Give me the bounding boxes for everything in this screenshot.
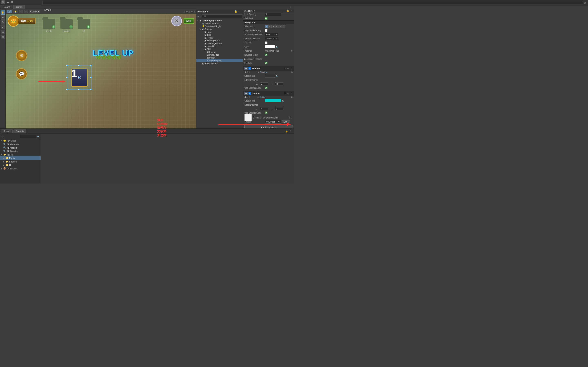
rotate-tool[interactable]: ↻: [1, 20, 5, 25]
unity-logo: 伍: [1, 0, 5, 4]
game-tab[interactable]: Game: [13, 5, 25, 9]
proj-favorites[interactable]: ▼ ⭐ Favorites: [0, 139, 41, 142]
asset-search-input[interactable]: [20, 135, 36, 138]
project-sidebar: + ▾ 🔍 ▼ ⭐ Favorites 🔍 All Materials: [0, 134, 41, 184]
name-bar: 昵称 Lv 50: [18, 18, 35, 24]
left-toolbar: ✋ ⊕ ↻ ⤢ ▭ ⊞: [0, 9, 6, 128]
hand-tool[interactable]: ✋: [1, 10, 5, 15]
cloud-btn[interactable]: ☁: [7, 1, 9, 4]
custom-tool[interactable]: ⊞: [1, 35, 5, 39]
light-button[interactable]: 💡: [13, 10, 18, 13]
proj-all-models[interactable]: 🔍 All Models: [0, 146, 41, 150]
inspector-header: Inspector 🔒 ⋮: [243, 9, 294, 12]
inspector-lock-btn[interactable]: 🔒: [286, 9, 290, 12]
proj-all-prefabs[interactable]: 🔍 All Prefabs: [0, 150, 41, 153]
character-avatar: 👑: [8, 16, 19, 27]
proj-add-btn[interactable]: +: [1, 135, 3, 138]
bottom-main: + ▾ 🔍 ▼ ⭐ Favorites 🔍 All Materials: [0, 134, 294, 184]
proj-assets-root[interactable]: ▼ 📁 Assets: [0, 153, 41, 156]
audio-button[interactable]: ♪: [19, 10, 23, 13]
project-tab[interactable]: Project: [1, 129, 13, 133]
item-number: 1: [71, 67, 77, 79]
scene-tab[interactable]: Scene: [1, 5, 13, 9]
proj-scenes[interactable]: ▶ 📁 Scenes: [0, 160, 41, 163]
search-icon-bottom: 🔍: [37, 136, 39, 138]
proj-fonts[interactable]: ▶ 📁 Fonts: [0, 156, 41, 160]
inspector-menu-btn[interactable]: ⋮: [290, 9, 293, 12]
proj-ui[interactable]: ▶ 📁 UI: [0, 163, 41, 167]
move-tool[interactable]: ⊕: [1, 15, 5, 20]
settings-btn[interactable]: ⚙: [11, 1, 13, 4]
rect-tool[interactable]: ▭: [1, 30, 5, 34]
2d-button[interactable]: 2D: [7, 10, 12, 13]
gizmos-button[interactable]: Gizmos ▾: [29, 10, 40, 13]
proj-packages[interactable]: ▶ 📦 Packages: [0, 167, 41, 170]
proj-all-materials[interactable]: 🔍 All Materials: [0, 142, 41, 146]
effects-button[interactable]: ✦: [24, 10, 28, 13]
scale-tool[interactable]: ⤢: [1, 25, 5, 29]
chat-icon-game[interactable]: 💬: [16, 68, 27, 80]
assets-area: 16 Assets + Fonts: [41, 134, 294, 184]
settings-icon-game[interactable]: ⚙: [16, 50, 27, 61]
bottom-panel: Project Console 🔒 ⋮ + ▾ 🔍: [0, 128, 294, 184]
console-tab[interactable]: Console: [13, 129, 26, 133]
